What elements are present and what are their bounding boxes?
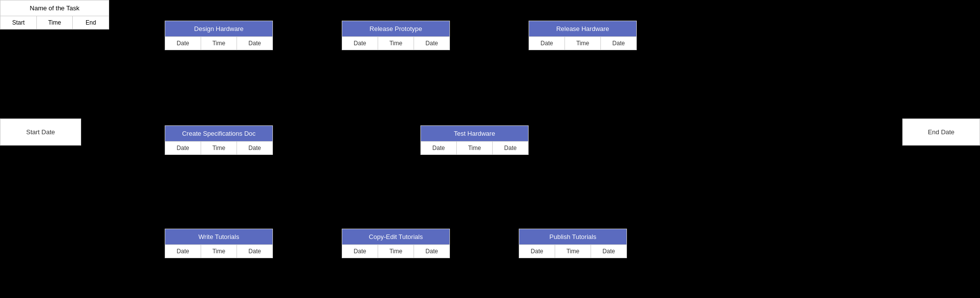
task-cell-release-hardware-1: Date xyxy=(529,37,565,50)
task-card-create-specs: Create Specifications DocDateTimeDate xyxy=(165,125,273,155)
task-cell-test-hardware-1: Date xyxy=(421,142,457,154)
task-cell-create-specs-2: Time xyxy=(201,142,237,154)
task-header-release-prototype: Release Prototype xyxy=(342,21,449,36)
task-card-design-hardware: Design HardwareDateTimeDate xyxy=(165,21,273,50)
task-cell-copy-edit-tutorials-3: Date xyxy=(414,245,449,258)
task-row-copy-edit-tutorials: DateTimeDate xyxy=(342,244,449,258)
task-cell-test-hardware-3: Date xyxy=(493,142,528,154)
task-row-design-hardware: DateTimeDate xyxy=(165,36,272,50)
task-cell-publish-tutorials-1: Date xyxy=(519,245,555,258)
task-row-release-prototype: DateTimeDate xyxy=(342,36,449,50)
start-date-box: Start Date xyxy=(0,119,81,146)
task-card-release-hardware: Release HardwareDateTimeDate xyxy=(529,21,637,50)
task-cell-publish-tutorials-2: Time xyxy=(555,245,591,258)
task-cell-copy-edit-tutorials-1: Date xyxy=(342,245,378,258)
task-cell-create-specs-3: Date xyxy=(237,142,272,154)
task-row-release-hardware: DateTimeDate xyxy=(529,36,636,50)
legend-box: Name of the Task Start Time End xyxy=(0,0,109,30)
task-header-create-specs: Create Specifications Doc xyxy=(165,126,272,141)
end-date-label: End Date xyxy=(928,128,954,136)
task-row-test-hardware: DateTimeDate xyxy=(421,141,528,154)
task-header-release-hardware: Release Hardware xyxy=(529,21,636,36)
legend-col-end: End xyxy=(73,16,109,29)
legend-col-time: Time xyxy=(37,16,73,29)
task-card-copy-edit-tutorials: Copy-Edit TutorialsDateTimeDate xyxy=(342,229,450,258)
task-cell-copy-edit-tutorials-2: Time xyxy=(378,245,414,258)
task-cell-write-tutorials-3: Date xyxy=(237,245,272,258)
task-card-release-prototype: Release PrototypeDateTimeDate xyxy=(342,21,450,50)
start-date-label: Start Date xyxy=(26,128,55,136)
task-cell-design-hardware-2: Time xyxy=(201,37,237,50)
task-header-write-tutorials: Write Tutorials xyxy=(165,229,272,244)
task-cell-design-hardware-3: Date xyxy=(237,37,272,50)
end-date-box: End Date xyxy=(902,119,980,146)
task-cell-release-hardware-3: Date xyxy=(601,37,636,50)
task-card-publish-tutorials: Publish TutorialsDateTimeDate xyxy=(519,229,627,258)
task-header-publish-tutorials: Publish Tutorials xyxy=(519,229,626,244)
task-header-test-hardware: Test Hardware xyxy=(421,126,528,141)
task-header-design-hardware: Design Hardware xyxy=(165,21,272,36)
task-cell-release-prototype-1: Date xyxy=(342,37,378,50)
legend-col-start: Start xyxy=(0,16,37,29)
task-row-write-tutorials: DateTimeDate xyxy=(165,244,272,258)
task-cell-write-tutorials-1: Date xyxy=(165,245,201,258)
task-cell-release-prototype-2: Time xyxy=(378,37,414,50)
legend-title: Name of the Task xyxy=(0,0,109,16)
task-row-create-specs: DateTimeDate xyxy=(165,141,272,154)
task-cell-release-hardware-2: Time xyxy=(565,37,601,50)
legend-row: Start Time End xyxy=(0,16,109,29)
task-cell-write-tutorials-2: Time xyxy=(201,245,237,258)
task-cell-publish-tutorials-3: Date xyxy=(591,245,626,258)
task-card-test-hardware: Test HardwareDateTimeDate xyxy=(420,125,529,155)
task-cell-test-hardware-2: Time xyxy=(457,142,493,154)
task-cell-release-prototype-3: Date xyxy=(414,37,449,50)
task-cell-create-specs-1: Date xyxy=(165,142,201,154)
task-card-write-tutorials: Write TutorialsDateTimeDate xyxy=(165,229,273,258)
task-header-copy-edit-tutorials: Copy-Edit Tutorials xyxy=(342,229,449,244)
task-cell-design-hardware-1: Date xyxy=(165,37,201,50)
task-row-publish-tutorials: DateTimeDate xyxy=(519,244,626,258)
